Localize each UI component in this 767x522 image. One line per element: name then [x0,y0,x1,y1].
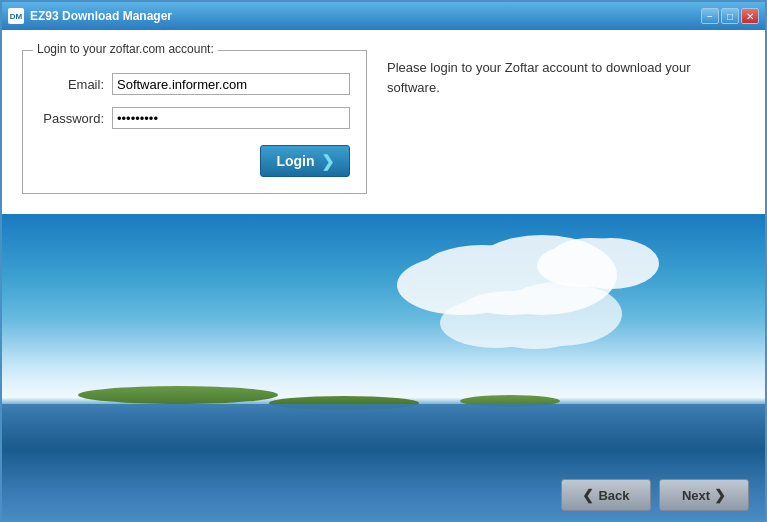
password-row: Password: [39,107,350,129]
login-button-row: Login ❯ [39,145,350,177]
login-group: Login to your zoftar.com account: Email:… [22,50,367,194]
login-group-legend: Login to your zoftar.com account: [33,42,218,56]
land-strip-1 [78,386,278,404]
cloud-3 [460,291,560,331]
content-area: Login to your zoftar.com account: Email:… [2,30,765,520]
email-label: Email: [39,77,104,92]
title-bar-left: DM EZ93 Download Manager [8,8,172,24]
back-button-label: Back [598,488,629,503]
next-arrow-icon: ❯ [714,487,726,503]
login-button-label: Login [276,153,314,169]
app-icon: DM [8,8,24,24]
email-row: Email: [39,73,350,95]
next-button[interactable]: Next ❯ [659,479,749,511]
main-window: DM EZ93 Download Manager − □ ✕ Login to … [0,0,767,522]
title-bar: DM EZ93 Download Manager − □ ✕ [2,2,765,30]
back-arrow-icon: ❮ [582,487,594,503]
password-input[interactable] [112,107,350,129]
sky-panel: ❮ Back Next ❯ [2,214,765,520]
login-arrow-icon: ❯ [321,152,334,171]
email-input[interactable] [112,73,350,95]
minimize-button[interactable]: − [701,8,719,24]
window-title: EZ93 Download Manager [30,9,172,23]
restore-button[interactable]: □ [721,8,739,24]
cloud-2 [551,238,631,273]
next-button-label: Next [682,488,710,503]
cloud-1 [422,245,542,295]
close-button[interactable]: ✕ [741,8,759,24]
back-button[interactable]: ❮ Back [561,479,651,511]
password-label: Password: [39,111,104,126]
top-panel: Login to your zoftar.com account: Email:… [2,30,765,214]
nav-bar: ❮ Back Next ❯ [2,470,765,520]
window-controls: − □ ✕ [701,8,759,24]
login-button[interactable]: Login ❯ [260,145,350,177]
info-text: Please login to your Zoftar account to d… [387,50,745,194]
